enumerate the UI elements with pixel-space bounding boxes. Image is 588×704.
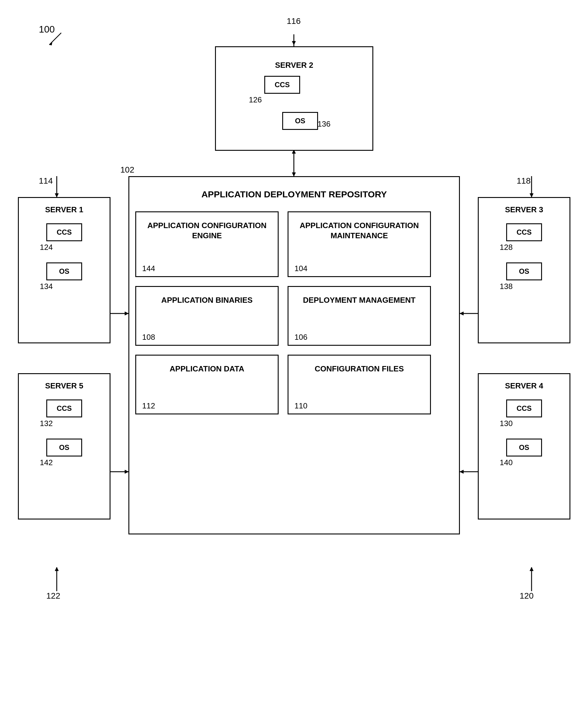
svg-marker-18 [55,567,59,571]
ref-112: 112 [142,401,155,411]
server1-os-box: OS [46,262,82,280]
svg-marker-16 [460,470,464,473]
server4-ccs-label: CCS [516,403,533,414]
server5-ccs-box: CCS [46,400,82,417]
server3-box: SERVER 3 CCS 128 OS 138 [478,197,570,343]
server4-ccs-box: CCS [506,400,542,417]
dm-box: DEPLOYMENT MANAGEMENT 106 [288,286,431,346]
repo-title: APPLICATION DEPLOYMENT REPOSITORY [135,186,453,202]
ad-box: APPLICATION DATA 112 [135,355,279,414]
acm-box: APPLICATION CONFIGURATION MAINTENANCE 10… [288,212,431,277]
ref-108: 108 [142,333,155,342]
ref-126: 126 [249,95,261,105]
server1-ccs-box: CCS [46,223,82,241]
server2-os-box: OS [282,112,318,130]
cf-label: CONFIGURATION FILES [312,361,406,376]
server5-os-label: OS [58,442,71,453]
server1-os-label: OS [58,266,71,277]
ref-110: 110 [294,401,307,411]
ref-142: 142 [40,458,53,467]
svg-marker-10 [460,312,464,315]
server2-box: SERVER 2 CCS 126 OS 136 [215,46,373,151]
server3-os-label: OS [518,266,531,277]
ref-138: 138 [499,282,513,291]
server2-os-label: OS [294,115,307,127]
server3-ccs-label: CCS [516,226,533,238]
ab-label: APPLICATION BINARIES [159,293,255,308]
server4-os-label: OS [518,442,531,453]
ref-104: 104 [294,264,307,273]
ref-128: 128 [499,243,513,252]
dm-label: DEPLOYMENT MANAGEMENT [301,293,418,308]
server2-ccs-label: CCS [274,79,291,91]
ace-label: APPLICATION CONFIGURATION ENGINE [142,218,272,243]
server5-ccs-label: CCS [56,403,73,414]
svg-marker-13 [125,470,128,473]
cf-box: CONFIGURATION FILES 110 [288,355,431,414]
server3-os-box: OS [506,262,542,280]
ref-120: 120 [520,591,534,601]
ab-box: APPLICATION BINARIES 108 [135,286,279,346]
ref-130: 130 [499,419,513,428]
repo-ref: 102 [120,165,134,175]
ref-118: 118 [517,176,531,186]
ref-106: 106 [294,333,307,342]
server2-ccs-box: CCS [264,76,300,94]
ref-136: 136 [317,119,330,129]
svg-marker-4 [292,173,296,176]
server1-box: SERVER 1 CCS 124 OS 134 [18,197,111,343]
ref-100-arrow [46,30,64,48]
repo-box: 102 APPLICATION DEPLOYMENT REPOSITORY AP… [128,176,460,534]
ref-134: 134 [40,282,53,291]
svg-marker-24 [530,193,533,197]
svg-line-25 [49,33,61,45]
server5-box: SERVER 5 CCS 132 OS 142 [18,373,111,520]
svg-marker-22 [55,193,59,197]
svg-marker-20 [530,567,533,571]
ref-114: 114 [39,176,53,186]
svg-marker-1 [292,41,296,45]
ref-132: 132 [40,419,53,428]
server3-title: SERVER 3 [503,202,546,217]
server4-box: SERVER 4 CCS 130 OS 140 [478,373,570,520]
server4-os-box: OS [506,438,542,457]
server1-ccs-label: CCS [56,226,73,238]
acm-label: APPLICATION CONFIGURATION MAINTENANCE [294,218,424,243]
ref-116: 116 [287,16,301,26]
ref-122: 122 [46,591,60,601]
ref-124: 124 [40,243,53,252]
server5-os-box: OS [46,438,82,457]
ad-label: APPLICATION DATA [167,361,247,376]
svg-marker-7 [125,312,128,315]
server1-title: SERVER 1 [43,202,86,217]
ace-box: APPLICATION CONFIGURATION ENGINE 144 [135,212,279,277]
server4-title: SERVER 4 [503,378,546,394]
diagram: 100 116 SERVER 2 CCS 126 OS 136 102 APPL… [0,0,588,704]
ref-144: 144 [142,264,155,273]
server5-title: SERVER 5 [43,378,86,394]
server3-ccs-box: CCS [506,223,542,241]
server2-title: SERVER 2 [273,58,316,73]
ref-140: 140 [499,458,513,467]
